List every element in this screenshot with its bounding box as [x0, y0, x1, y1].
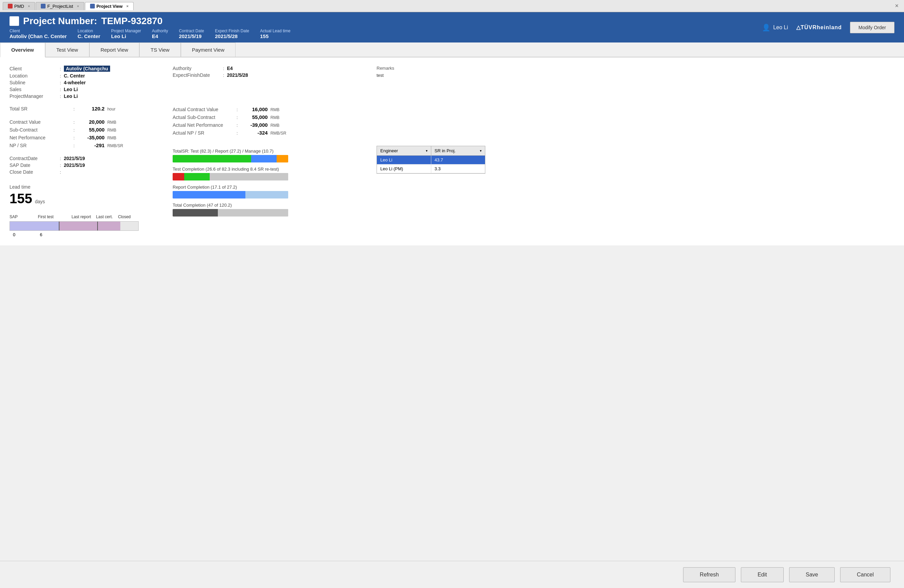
- tab-f-project-list-close[interactable]: ×: [77, 4, 79, 8]
- cancel-button[interactable]: Cancel: [840, 567, 890, 582]
- sub-contract-row: Sub-Contract : 55,000 RMB: [9, 127, 173, 133]
- report-lightblue: [245, 191, 288, 199]
- np-sr-row: NP / SR : -291 RMB/SR: [9, 142, 173, 148]
- bottom-bar: Refresh Edit Save Cancel: [0, 561, 904, 588]
- header-right: 👤 Leo Li △TÜVRheinland Modify Order: [762, 22, 895, 33]
- user-icon: 👤: [762, 24, 770, 32]
- expect-finish-row: ExpectFinishDate : 2021/5/28: [173, 73, 363, 78]
- contract-value-unit: RMB: [107, 120, 117, 125]
- header-pm-label: Project Manager: [111, 28, 141, 33]
- net-performance-unit: RMB: [107, 136, 117, 141]
- tab-ts-view[interactable]: TS View: [139, 43, 181, 57]
- contract-value-row: Contract Value : 20,000 RMB: [9, 119, 173, 125]
- tab-test-view[interactable]: Test View: [45, 43, 89, 57]
- contract-date-label: ContractDate: [9, 156, 57, 161]
- header-actual-lead-value: 155: [260, 33, 290, 39]
- header-client-field: Client Autoliv (Chan C. Center: [9, 28, 66, 39]
- closed-label: Closed: [118, 215, 131, 219]
- refresh-button[interactable]: Refresh: [683, 567, 735, 582]
- actual-sub-label: Actual Sub-Contract: [173, 115, 234, 120]
- remarks-label: Remarks: [376, 66, 895, 71]
- progress-section: TotalSR: Test (82.3) / Report (27.2) / M…: [173, 149, 363, 217]
- engineer-table-header: Engineer ▾ SR in Proj. ▾: [377, 146, 485, 156]
- left-column: Client : Autoliv (Changchu Location : C.…: [9, 66, 173, 237]
- header-contract-date-field: Contract Date 2021/5/19: [179, 28, 204, 39]
- header-location-label: Location: [77, 28, 100, 33]
- sub-contract-unit: RMB: [107, 128, 117, 133]
- engineer-cell-name-0: Leo Li: [377, 156, 431, 164]
- subline-row: Subline : 4-wheeler: [9, 80, 173, 85]
- project-manager-value: Leo Li: [64, 93, 78, 99]
- window-close-button[interactable]: ×: [892, 2, 901, 9]
- edit-button[interactable]: Edit: [741, 567, 784, 582]
- timeline-marker1: [59, 221, 60, 231]
- actual-np-label: Actual NP / SR: [173, 130, 234, 136]
- engineer-row-1[interactable]: Leo Li (PM) 3.3: [377, 164, 485, 173]
- tab-report-view[interactable]: Report View: [89, 43, 139, 57]
- header-pm-value: Leo Li: [111, 33, 141, 39]
- location-value: C. Center: [64, 73, 85, 79]
- total-completion-label: Total Completion (47 of 120.2): [173, 202, 363, 208]
- close-date-row: Close Date :: [9, 169, 173, 175]
- sap-date-label: SAP Date: [9, 163, 57, 168]
- sap-date-row: SAP Date : 2021/5/19: [9, 163, 173, 168]
- tab-f-project-list[interactable]: F_ProjectList ×: [36, 2, 84, 10]
- sales-row: Sales : Leo Li: [9, 87, 173, 92]
- tab-overview[interactable]: Overview: [0, 43, 45, 57]
- timeline-num-start: 0: [13, 232, 15, 237]
- timeline-num-end: 6: [40, 232, 42, 237]
- header-expect-finish-label: Expect Finish Date: [215, 28, 249, 33]
- client-row: Client : Autoliv (Changchu: [9, 66, 173, 72]
- header-client-label: Client: [9, 28, 66, 33]
- timeline-section: SAP First test Last report Last cert. Cl…: [9, 215, 139, 237]
- total-lightgray: [218, 209, 288, 217]
- subline-label: Subline: [9, 80, 57, 85]
- actual-net-label: Actual Net Performance: [173, 122, 234, 128]
- header-contract-date-value: 2021/5/19: [179, 33, 204, 39]
- header-bar: Project Number: TEMP-932870 Client Autol…: [0, 12, 904, 43]
- actual-np-row: Actual NP / SR : -324 RMB/SR: [173, 130, 363, 136]
- view-tabs: Overview Test View Report View TS View P…: [0, 43, 904, 57]
- tab-payment-view[interactable]: Payment View: [181, 43, 236, 57]
- engineer-row-0[interactable]: Leo Li 43.7: [377, 156, 485, 164]
- actual-sub-row: Actual Sub-Contract : 55,000 RMB: [173, 114, 363, 120]
- test-completion-bar: [173, 173, 288, 180]
- expect-finish-label: ExpectFinishDate: [173, 73, 220, 78]
- client-label: Client: [9, 66, 57, 71]
- project-number-label: Project Number:: [23, 16, 97, 27]
- header-authority-value: E4: [152, 33, 168, 39]
- header-expect-finish-value: 2021/5/28: [215, 33, 249, 39]
- contract-date-row: ContractDate : 2021/5/19: [9, 156, 173, 161]
- total-completion-bar: [173, 209, 288, 217]
- user-info: 👤 Leo Li: [762, 24, 788, 32]
- close-date-label: Close Date: [9, 169, 57, 175]
- eng-col2-sort-icon[interactable]: ▾: [480, 149, 482, 153]
- tab-pmd-close[interactable]: ×: [28, 4, 30, 8]
- header-client-value: Autoliv (Chan C. Center: [9, 33, 66, 39]
- actual-net-unit: RMB: [270, 123, 280, 128]
- sap-label: SAP: [9, 215, 18, 219]
- project-title: Project Number: TEMP-932870: [9, 16, 291, 27]
- tab-pmd-label: PMD: [14, 4, 24, 9]
- timeline-seg3: [97, 221, 120, 231]
- np-sr-value: -291: [77, 142, 105, 148]
- authority-label: Authority: [173, 66, 220, 71]
- project-number: TEMP-932870: [101, 16, 163, 27]
- location-label: Location: [9, 73, 57, 79]
- engineer-cell-sr-0: 43.7: [431, 156, 485, 164]
- overview-columns: Client : Autoliv (Changchu Location : C.…: [9, 66, 895, 237]
- tab-pmd[interactable]: PMD ×: [3, 2, 35, 10]
- header-location-value: C. Center: [77, 33, 100, 39]
- contract-date-value: 2021/5/19: [64, 156, 85, 161]
- sap-date-value: 2021/5/19: [64, 163, 85, 168]
- total-sr-bar: [173, 155, 288, 163]
- modify-order-button[interactable]: Modify Order: [850, 22, 895, 33]
- tab-project-view[interactable]: Project View ×: [85, 2, 134, 10]
- actual-contract-value: 16,000: [240, 106, 268, 112]
- tab-project-view-close[interactable]: ×: [126, 4, 128, 8]
- header-authority-label: Authority: [152, 28, 168, 33]
- timeline-seg4: [120, 221, 138, 231]
- save-button[interactable]: Save: [789, 567, 834, 582]
- eng-col1-sort-icon[interactable]: ▾: [426, 149, 428, 153]
- timeline-seg2: [59, 221, 97, 231]
